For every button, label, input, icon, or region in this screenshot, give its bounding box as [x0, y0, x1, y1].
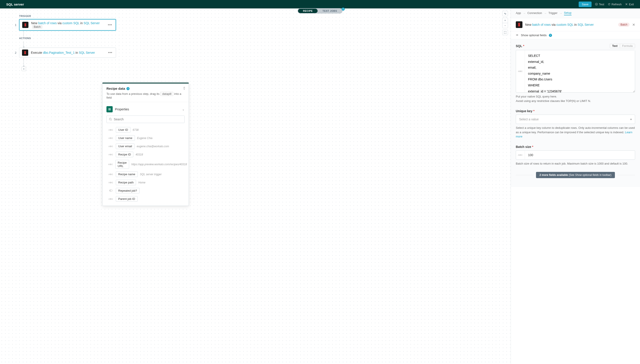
datapill[interactable]: User ID: [116, 127, 131, 132]
datapill-item[interactable]: Repeated job?: [108, 186, 185, 195]
datapill-item[interactable]: ABCRecipe pathHome: [108, 178, 185, 186]
tab-recipe[interactable]: RECIPE: [298, 9, 318, 13]
search-input-wrap[interactable]: [107, 116, 185, 123]
datapill[interactable]: User email: [116, 144, 135, 149]
datapill[interactable]: Repeated job?: [116, 188, 140, 194]
datapill[interactable]: Parent job ID: [116, 196, 138, 202]
expand-icon[interactable]: [183, 86, 186, 90]
datapill-item[interactable]: ABCRecipe ID40318: [108, 150, 185, 158]
text-mode-tab[interactable]: Text: [610, 44, 620, 48]
actions-section-label: ACTIONS: [19, 37, 511, 40]
eye-icon: 👁: [516, 34, 519, 37]
datapill-tag: datapill: [160, 92, 173, 96]
recipe-canvas: + − TRIGGER 1 New batch of rows via cust…: [0, 8, 511, 364]
batch-badge: Batch: [618, 23, 629, 27]
chevron-down-icon: ⌄: [182, 108, 185, 111]
datapill-search-input[interactable]: [114, 118, 182, 121]
type-indicator: ABC: [516, 50, 525, 92]
help-icon[interactable]: ?: [342, 8, 345, 11]
type-indicator: ABC: [108, 129, 114, 131]
view-tabs: RECIPE TEST JOBS ?: [298, 8, 342, 14]
sample-value: Home: [138, 181, 145, 184]
datapill-item[interactable]: ABCUser emaileugene.chia@workato.com: [108, 142, 185, 150]
datapill-item[interactable]: ABCRecipe URLhttps://app.preview.workato…: [108, 158, 185, 170]
batch-size-label: Batch size: [516, 145, 531, 148]
crumb-connection[interactable]: Connection: [527, 11, 542, 15]
type-indicator: ABC: [108, 145, 114, 148]
breadcrumb: App → Connection → Trigger → Setup: [511, 8, 640, 18]
recipe-data-subtitle: To use data from a previous step, drag i…: [107, 92, 185, 99]
svg-point-4: [109, 118, 111, 120]
fit-icon: [504, 31, 506, 34]
svg-rect-1: [109, 108, 111, 109]
unique-key-label: Unique key: [516, 109, 532, 113]
datapill[interactable]: Recipe ID: [116, 152, 133, 157]
refresh-icon: [608, 3, 610, 6]
tab-test-jobs[interactable]: TEST JOBS: [318, 9, 342, 13]
sql-input[interactable]: [525, 50, 635, 92]
zoom-out-button[interactable]: −: [502, 23, 508, 28]
exit-button[interactable]: Exit: [625, 3, 634, 6]
close-sidebar-button[interactable]: ✕: [632, 23, 635, 27]
help-icon[interactable]: ?: [127, 87, 130, 90]
sample-value: Eugene Chia: [137, 136, 153, 140]
page-title: SQL server: [6, 2, 24, 6]
sidebar-title: New batch of rows via custom SQL in SQL …: [525, 23, 615, 26]
save-button[interactable]: Save: [579, 2, 591, 7]
datapill-item[interactable]: ABCRecipe nameSQL server trigger: [108, 170, 185, 178]
show-optional-toggle[interactable]: Show optional fields: [521, 34, 547, 37]
play-circle-icon: [595, 3, 598, 6]
action-step-card[interactable]: Execute dbo.Pagination_Test_1 in SQL Ser…: [19, 48, 116, 58]
trigger-section-label: TRIGGER: [19, 15, 511, 17]
fit-button[interactable]: [502, 30, 508, 35]
zoom-in-button[interactable]: +: [502, 18, 508, 23]
chevron-down-icon: ▾: [630, 118, 632, 121]
type-indicator: ABC: [516, 150, 525, 160]
more-fields-banner[interactable]: 2 more fields available (See Show option…: [536, 172, 615, 178]
refresh-button[interactable]: Refresh: [608, 3, 622, 6]
crumb-setup[interactable]: Setup: [564, 11, 571, 15]
svg-point-6: [110, 190, 111, 191]
formula-mode-tab[interactable]: Formula: [620, 44, 635, 48]
undo-button[interactable]: [502, 11, 508, 16]
help-icon[interactable]: ?: [549, 34, 552, 37]
datapill[interactable]: Recipe name: [116, 172, 138, 177]
test-button[interactable]: Test: [595, 3, 604, 6]
step-description: Execute dbo.Pagination_Test_1 in SQL Ser…: [31, 51, 105, 54]
type-indicator: ABC: [108, 198, 114, 200]
svg-rect-3: [109, 110, 111, 110]
unique-key-help: Select a unique key column to deduplicat…: [516, 126, 635, 139]
recipe-data-panel: Recipe data ? To use data from a previou…: [102, 82, 189, 206]
sqlserver-icon: [516, 21, 522, 28]
unique-key-select[interactable]: Select a value ▾: [516, 114, 635, 124]
config-sidebar: App → Connection → Trigger → Setup New b…: [511, 8, 640, 364]
arrow-icon: →: [523, 12, 525, 15]
step-menu-button[interactable]: •••: [107, 50, 113, 55]
properties-section[interactable]: Properties ⌄: [107, 105, 185, 116]
datapill-item[interactable]: ABCUser ID6738: [108, 126, 185, 134]
type-indicator: ABC: [108, 173, 114, 176]
crumb-trigger[interactable]: Trigger: [548, 11, 557, 15]
arrow-icon: →: [544, 12, 547, 15]
app-header: SQL server Save Test Refresh Exit: [0, 0, 640, 8]
type-indicator: ABC: [108, 137, 114, 139]
datapill-item[interactable]: ABCParent job ID: [108, 195, 185, 203]
sample-value: https://app.preview.workato.com/recipes/…: [131, 163, 187, 166]
undo-icon: [504, 12, 506, 15]
datapill[interactable]: Recipe path: [116, 180, 136, 185]
step-menu-button[interactable]: •••: [107, 23, 113, 27]
batch-size-help: Batch size of rows to return in each job…: [516, 162, 635, 166]
add-step-button[interactable]: +: [22, 67, 26, 71]
datapill-item[interactable]: ABCUser nameEugene Chia: [108, 134, 185, 142]
step-description: New batch of rows via custom SQL in SQL …: [31, 21, 104, 28]
datapill[interactable]: User name: [116, 135, 135, 141]
crumb-app[interactable]: App: [516, 11, 521, 15]
search-icon: [109, 118, 112, 121]
trigger-step-card[interactable]: New batch of rows via custom SQL in SQL …: [19, 19, 116, 31]
datapill[interactable]: Recipe URL: [115, 160, 129, 169]
batch-size-input[interactable]: 100: [525, 150, 635, 160]
type-indicator: ABC: [108, 163, 113, 166]
sql-help-text: Put your native SQL query here. Avoid us…: [516, 94, 635, 103]
svg-rect-2: [109, 109, 111, 110]
arrow-icon: →: [559, 12, 562, 15]
